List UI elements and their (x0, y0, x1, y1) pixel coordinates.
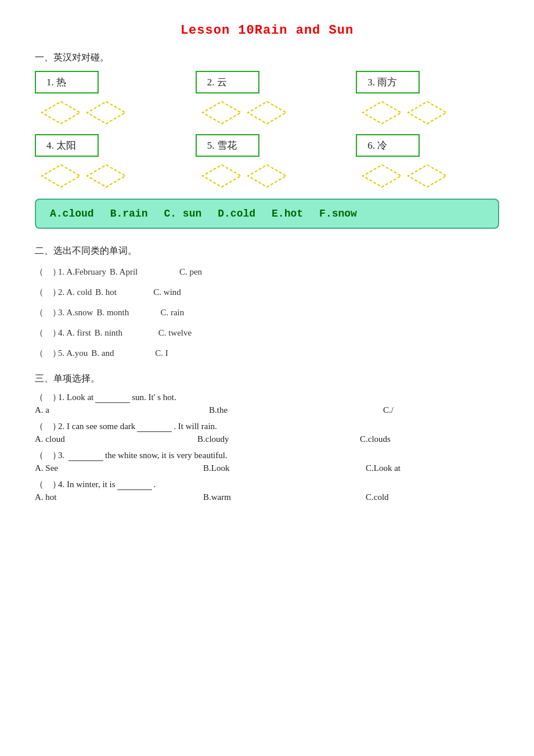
match-box-5: 5. 雪花 (196, 134, 259, 157)
answer-bank: A.cloud B.rain C. sun D.cold E.hot F.sno… (35, 199, 499, 229)
mc-q3-optC: C.Look at (366, 463, 493, 473)
diamond-2a (201, 100, 242, 125)
answer-C: C. sun (164, 208, 201, 219)
section2-row-5: （ ） 5. A.you B. and C. I (35, 345, 499, 361)
choice-2-3c: C. rain (160, 305, 184, 321)
diamond-3a (362, 100, 402, 125)
diamond-group-3 (362, 100, 448, 125)
paren-2-3: （ ） (35, 305, 56, 321)
svg-marker-6 (42, 165, 80, 187)
svg-marker-10 (363, 165, 401, 187)
section2-row-1: （ ） 1. A.February B. April C. pen (35, 264, 499, 280)
section2-label: 二、选出不同类的单词。 (35, 245, 499, 257)
blank-3-1 (95, 393, 130, 403)
diamond-6b (407, 164, 448, 188)
svg-marker-2 (203, 102, 241, 124)
diamond-4a (41, 164, 81, 188)
mc-q2-optB: B.cloudy (197, 434, 325, 444)
diamond-1b (86, 100, 127, 125)
diamond-5b (247, 164, 287, 188)
match-item-3: 3. 雨方 (356, 71, 499, 125)
section3: 三、单项选择。 （ ） 1. Look at sun. It' s hot. A… (35, 373, 499, 502)
answer-A: A.cloud (50, 208, 94, 219)
match-box-4: 4. 太阳 (35, 134, 99, 157)
match-item-4: 4. 太阳 (35, 134, 178, 188)
match-grid: 1. 热 2. 云 (35, 71, 499, 188)
choice-2-1b: B. April (110, 264, 179, 280)
mc-q4-optC: C.cold (366, 492, 493, 502)
diamond-4b (86, 164, 127, 188)
mc-q3-optA: A. See (35, 463, 163, 473)
svg-marker-4 (363, 102, 401, 124)
section2-row-2: （ ） 2. A. cold B. hot C. wind (35, 285, 499, 300)
choice-2-3b: B. month (96, 305, 160, 321)
svg-marker-5 (408, 102, 446, 124)
section2-row-3: （ ） 3. A.snow B. month C. rain (35, 305, 499, 321)
match-box-6: 6. 冷 (356, 134, 420, 157)
page-title: Lesson 10Rain and Sun (35, 23, 499, 38)
match-box-2: 2. 云 (196, 71, 259, 93)
answer-F: F.snow (319, 208, 357, 219)
svg-marker-7 (87, 165, 125, 187)
diamond-3b (407, 100, 448, 125)
choice-2-4b: B. ninth (95, 325, 158, 341)
paren-3-4: （ ） (35, 479, 56, 490)
num-2-1: 1. A.February (58, 264, 106, 280)
mc-q4-text: 4. In winter, it is . (58, 480, 156, 490)
answer-E: E.hot (272, 208, 303, 219)
num-2-3: 3. A.snow (58, 305, 93, 321)
match-item-2: 2. 云 (196, 71, 339, 125)
section1: 一、英汉对对碰。 1. 热 2. 云 (35, 52, 499, 229)
blank-3-2 (137, 422, 172, 432)
choice-2-1c: C. pen (179, 264, 202, 280)
mc-q3-optB: B.Look (203, 463, 331, 473)
diamond-1a (41, 100, 81, 125)
svg-marker-8 (203, 165, 241, 187)
match-item-1: 1. 热 (35, 71, 178, 125)
mc-q4-row: （ ） 4. In winter, it is . (35, 479, 499, 490)
mc-q4-optB: B.warm (203, 492, 331, 502)
mc-q1-text: 1. Look at sun. It' s hot. (58, 393, 176, 403)
diamond-5a (201, 164, 242, 188)
mc-q2-text: 2. I can see some dark . It will rain. (58, 422, 217, 432)
choice-2-4c: C. twelve (158, 325, 192, 341)
blank-3-4 (117, 480, 152, 490)
mc-q3: （ ） 3. the white snow, it is very beauti… (35, 450, 499, 473)
svg-marker-0 (42, 102, 80, 124)
mc-q2-optC: C.clouds (360, 434, 488, 444)
choice-2-5b: B. and (91, 345, 155, 361)
num-2-5: 5. A.you (58, 345, 88, 361)
mc-q1-optA: A. a (35, 405, 163, 415)
diamond-6a (362, 164, 402, 188)
num-2-4: 4. A. first (58, 325, 91, 341)
paren-2-1: （ ） (35, 264, 56, 280)
diamond-group-2 (201, 100, 287, 125)
choice-2-2c: C. wind (153, 285, 181, 300)
paren-3-3: （ ） (35, 450, 56, 461)
mc-q4: （ ） 4. In winter, it is . A. hot B.warm … (35, 479, 499, 502)
mc-q1-optC: C./ (383, 405, 511, 415)
choice-2-2b: B. hot (95, 285, 153, 300)
svg-marker-11 (408, 165, 446, 187)
diamond-2b (247, 100, 287, 125)
mc-q2-optA: A. cloud (35, 434, 163, 444)
paren-2-4: （ ） (35, 325, 56, 341)
mc-q2-row: （ ） 2. I can see some dark . It will rai… (35, 421, 499, 432)
mc-q2: （ ） 2. I can see some dark . It will rai… (35, 421, 499, 444)
match-box-3: 3. 雨方 (356, 71, 420, 93)
section2: 二、选出不同类的单词。 （ ） 1. A.February B. April C… (35, 245, 499, 361)
mc-q1-options: A. a B.the C./ (35, 405, 499, 415)
match-item-5: 5. 雪花 (196, 134, 339, 188)
num-2-2: 2. A. cold (58, 285, 92, 300)
diamond-group-5 (201, 164, 287, 188)
answer-B: B.rain (110, 208, 148, 219)
answer-D: D.cold (218, 208, 255, 219)
mc-q3-row: （ ） 3. the white snow, it is very beauti… (35, 450, 499, 461)
diamond-group-1 (41, 100, 127, 125)
match-item-6: 6. 冷 (356, 134, 499, 188)
paren-2-2: （ ） (35, 285, 56, 300)
mc-q3-text: 3. the white snow, it is very beautiful. (58, 451, 228, 461)
mc-q1-row: （ ） 1. Look at sun. It' s hot. (35, 392, 499, 403)
blank-3-3 (68, 451, 103, 461)
mc-q1: （ ） 1. Look at sun. It' s hot. A. a B.th… (35, 392, 499, 415)
